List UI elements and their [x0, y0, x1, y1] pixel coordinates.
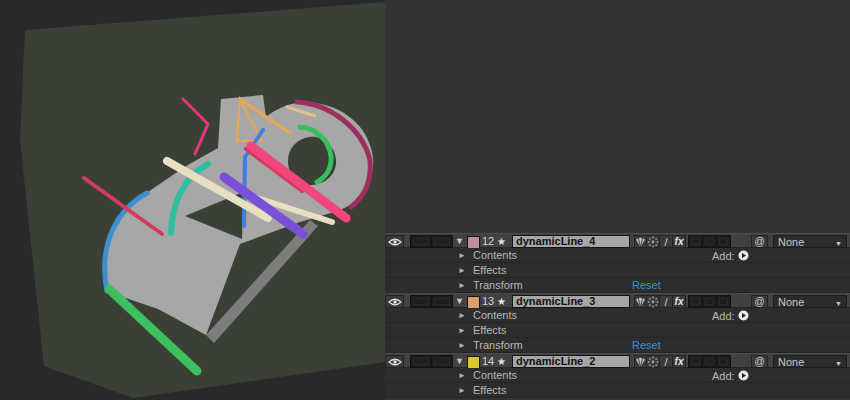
- parent-pick-whip[interactable]: @: [751, 235, 768, 248]
- collapse-toggle[interactable]: [647, 355, 660, 368]
- add-label: Add:: [712, 370, 735, 382]
- triangle-right-icon[interactable]: ►: [458, 278, 466, 293]
- parent-dropdown[interactable]: None ▼: [773, 355, 847, 368]
- triangle-right-icon[interactable]: ►: [458, 263, 466, 278]
- layer-switches: / fx: [634, 295, 686, 308]
- fan-icon: [635, 236, 646, 248]
- parent-dropdown-value: None: [778, 236, 804, 248]
- layer-expand-toggle[interactable]: ▼: [455, 354, 464, 369]
- property-row-contents-12[interactable]: ► Contents Add:: [385, 248, 850, 263]
- layer-expand-toggle[interactable]: ▼: [455, 294, 464, 309]
- quality-toggle[interactable]: /: [660, 355, 673, 368]
- triangle-right-icon[interactable]: ►: [458, 383, 466, 398]
- reset-link[interactable]: Reset: [632, 338, 661, 353]
- viewer-canvas: [0, 0, 385, 400]
- triangle-right-icon[interactable]: ►: [458, 368, 466, 383]
- property-row-effects-14[interactable]: ► Effects: [385, 383, 850, 398]
- layer-row-14[interactable]: ▼ 14 ★ dynamicLine_2 / fx @ None ▼: [385, 353, 850, 368]
- visibility-toggle[interactable]: [385, 235, 404, 248]
- pick-whip-icon: @: [754, 296, 764, 307]
- layer-name-field[interactable]: dynamicLine_4: [512, 235, 630, 248]
- shy-toggle[interactable]: [634, 355, 647, 368]
- circle-play-icon: [738, 370, 749, 381]
- property-label: Effects: [473, 323, 506, 338]
- layer-switches: / fx: [634, 355, 686, 368]
- eye-icon: [388, 357, 402, 367]
- collapse-toggle[interactable]: [647, 235, 660, 248]
- triangle-right-icon[interactable]: ►: [458, 323, 466, 338]
- property-label: Transform: [473, 338, 523, 353]
- av-feature-cells[interactable]: [410, 295, 453, 308]
- triangle-right-icon[interactable]: ►: [458, 308, 466, 323]
- shape-layer-star-icon: ★: [497, 354, 506, 369]
- property-label: Transform: [473, 278, 523, 293]
- layer-name-field[interactable]: dynamicLine_3: [512, 295, 630, 308]
- blur-3d-cells[interactable]: [688, 235, 731, 248]
- quality-toggle[interactable]: /: [660, 235, 673, 248]
- triangle-right-icon[interactable]: ►: [458, 248, 466, 263]
- visibility-toggle[interactable]: [385, 355, 404, 368]
- shy-toggle[interactable]: [634, 295, 647, 308]
- fan-icon: [635, 296, 646, 308]
- layer-row-12[interactable]: ▼ 12 ★ dynamicLine_4 / fx @ None ▼: [385, 233, 850, 248]
- sun-icon: [647, 296, 659, 308]
- layer-index: 12: [482, 234, 494, 249]
- fx-toggle[interactable]: fx: [673, 355, 686, 368]
- eye-icon: [388, 237, 402, 247]
- visibility-toggle[interactable]: [385, 295, 404, 308]
- shape-layer-star-icon: ★: [497, 234, 506, 249]
- pick-whip-icon: @: [754, 356, 764, 367]
- property-label: Contents: [473, 248, 517, 263]
- parent-pick-whip[interactable]: @: [751, 355, 768, 368]
- eye-icon: [388, 297, 402, 307]
- layer-switches: / fx: [634, 235, 686, 248]
- av-feature-cells[interactable]: [410, 235, 453, 248]
- pick-whip-icon: @: [754, 236, 764, 247]
- property-label: Effects: [473, 383, 506, 398]
- fx-toggle[interactable]: fx: [673, 235, 686, 248]
- add-label: Add:: [712, 310, 735, 322]
- triangle-right-icon[interactable]: ►: [458, 338, 466, 353]
- property-row-contents-13[interactable]: ► Contents Add:: [385, 308, 850, 323]
- add-label: Add:: [712, 250, 735, 262]
- circle-play-icon: [738, 250, 749, 261]
- timeline-panel: ▼ 12 ★ dynamicLine_4 / fx @ None ▼ ► Con…: [385, 0, 850, 400]
- shape-layer-star-icon: ★: [497, 294, 506, 309]
- add-shape-control[interactable]: Add:: [712, 368, 749, 383]
- parent-dropdown[interactable]: None ▼: [773, 295, 847, 308]
- layer-index: 13: [482, 294, 494, 309]
- property-row-effects-13[interactable]: ► Effects: [385, 323, 850, 338]
- reset-link[interactable]: Reset: [632, 278, 661, 293]
- property-row-transform-12[interactable]: ► Transform Reset: [385, 278, 850, 293]
- property-row-effects-12[interactable]: ► Effects: [385, 263, 850, 278]
- parent-dropdown-value: None: [778, 296, 804, 308]
- add-shape-control[interactable]: Add:: [712, 308, 749, 323]
- fx-toggle[interactable]: fx: [673, 295, 686, 308]
- sun-icon: [647, 356, 659, 368]
- av-feature-cells[interactable]: [410, 355, 453, 368]
- sun-icon: [647, 236, 659, 248]
- property-label: Contents: [473, 308, 517, 323]
- add-shape-control[interactable]: Add:: [712, 248, 749, 263]
- property-label: Contents: [473, 368, 517, 383]
- after-effects-workspace: ▼ 12 ★ dynamicLine_4 / fx @ None ▼ ► Con…: [0, 0, 850, 400]
- fan-icon: [635, 356, 646, 368]
- layer-name-field[interactable]: dynamicLine_2: [512, 355, 630, 368]
- collapse-toggle[interactable]: [647, 295, 660, 308]
- parent-dropdown[interactable]: None ▼: [773, 235, 847, 248]
- property-row-transform-13[interactable]: ► Transform Reset: [385, 338, 850, 353]
- blur-3d-cells[interactable]: [688, 295, 731, 308]
- composition-viewer[interactable]: [0, 0, 385, 400]
- property-row-contents-14[interactable]: ► Contents Add:: [385, 368, 850, 383]
- property-label: Effects: [473, 263, 506, 278]
- quality-toggle[interactable]: /: [660, 295, 673, 308]
- blur-3d-cells[interactable]: [688, 355, 731, 368]
- layer-index: 14: [482, 354, 494, 369]
- parent-pick-whip[interactable]: @: [751, 295, 768, 308]
- layer-expand-toggle[interactable]: ▼: [455, 234, 464, 249]
- shy-toggle[interactable]: [634, 235, 647, 248]
- parent-dropdown-value: None: [778, 356, 804, 368]
- circle-play-icon: [738, 310, 749, 321]
- layer-row-13[interactable]: ▼ 13 ★ dynamicLine_3 / fx @ None ▼: [385, 293, 850, 308]
